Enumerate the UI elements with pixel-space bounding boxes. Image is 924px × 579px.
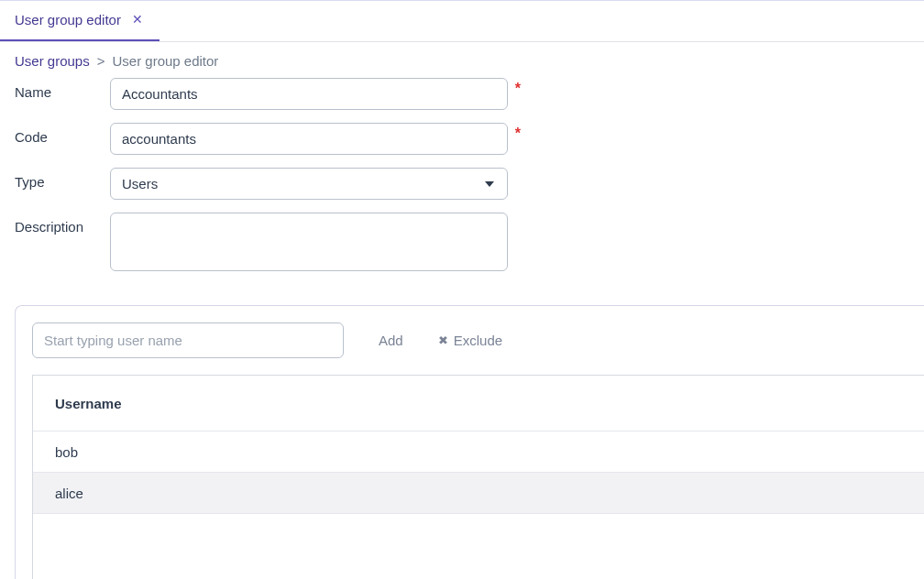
- required-mark: *: [515, 81, 521, 97]
- close-icon[interactable]: ✕: [130, 13, 145, 26]
- name-field[interactable]: [110, 78, 508, 110]
- tab-title: User group editor: [15, 12, 121, 27]
- table-row[interactable]: bob: [33, 432, 924, 473]
- breadcrumb-current: User group editor: [112, 53, 218, 69]
- tab-strip: User group editor ✕: [0, 0, 924, 42]
- tab-user-group-editor[interactable]: User group editor ✕: [0, 0, 160, 41]
- label-description: Description: [15, 213, 110, 235]
- exclude-button-label: Exclude: [454, 333, 502, 348]
- breadcrumb: User groups > User group editor: [0, 42, 924, 72]
- exclude-button[interactable]: ✖ Exclude: [438, 333, 502, 348]
- code-field[interactable]: [110, 123, 508, 155]
- breadcrumb-root[interactable]: User groups: [15, 53, 90, 69]
- add-button-label: Add: [379, 333, 403, 348]
- cell-username: bob: [55, 444, 78, 460]
- label-name: Name: [15, 78, 110, 100]
- breadcrumb-separator: >: [97, 53, 105, 69]
- table-header-row: Username: [33, 376, 924, 432]
- user-search-input[interactable]: [32, 322, 344, 358]
- members-panel: Add ✖ Exclude Username bob alice: [15, 305, 924, 579]
- label-type: Type: [15, 168, 110, 190]
- label-code: Code: [15, 123, 110, 145]
- chevron-down-icon: [485, 181, 494, 187]
- type-select-value: Users: [122, 176, 158, 191]
- table-body: bob alice: [33, 432, 924, 579]
- add-button[interactable]: Add: [379, 333, 403, 348]
- type-select[interactable]: Users: [110, 168, 508, 200]
- required-mark: *: [515, 126, 521, 142]
- table-row[interactable]: alice: [33, 473, 924, 514]
- description-field[interactable]: [110, 213, 508, 271]
- cell-username: alice: [55, 486, 83, 501]
- user-group-form: Name * Code * Type Users Description: [0, 72, 924, 296]
- column-header-username: Username: [55, 396, 122, 411]
- members-table: Username bob alice: [32, 375, 924, 579]
- close-icon: ✖: [438, 333, 448, 347]
